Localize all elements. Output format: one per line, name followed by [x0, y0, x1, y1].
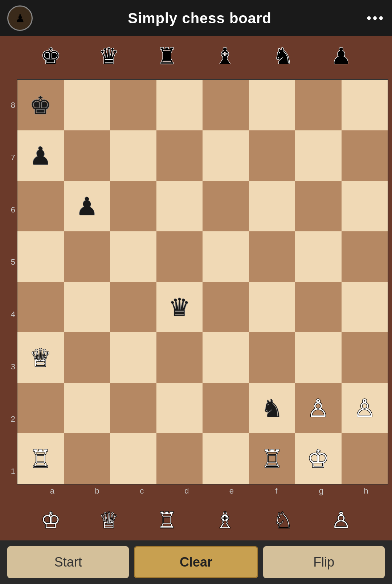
file-label-a: a [30, 484, 75, 498]
cell-g7[interactable] [295, 130, 342, 181]
cell-c7[interactable] [110, 130, 156, 181]
cell-f8[interactable] [249, 80, 295, 130]
piece-b6: ♟ [76, 194, 98, 219]
piece-a1: ♖ [29, 446, 52, 471]
white-queen-btn[interactable]: ♕ [99, 509, 119, 532]
cell-b4[interactable] [64, 282, 110, 332]
cell-a4[interactable] [17, 282, 64, 332]
cell-b8[interactable] [64, 80, 110, 130]
cell-h6[interactable] [342, 181, 388, 231]
cell-g2[interactable]: ♙ [295, 383, 342, 433]
cell-b7[interactable] [64, 130, 110, 181]
cell-f6[interactable] [249, 181, 295, 231]
cell-e6[interactable] [203, 181, 249, 231]
cell-e8[interactable] [203, 80, 249, 130]
file-label-e: e [209, 484, 254, 498]
cell-f4[interactable] [249, 282, 295, 332]
cell-h4[interactable] [342, 282, 388, 332]
cell-c5[interactable] [110, 231, 156, 282]
cell-d5[interactable] [156, 231, 203, 282]
piece-h2: ♙ [354, 396, 376, 421]
cell-h3[interactable] [342, 332, 388, 383]
cell-a7[interactable]: ♟ [17, 130, 64, 181]
file-label-c: c [119, 484, 164, 498]
piece-g1: ♔ [307, 446, 329, 471]
cell-c3[interactable] [110, 332, 156, 383]
cell-d2[interactable] [156, 383, 203, 433]
cell-f5[interactable] [249, 231, 295, 282]
cell-g5[interactable] [295, 231, 342, 282]
board-container: 8 7 6 5 4 3 2 1 ♚♟♟♛♕♞♙♙♖♖♔ a b c d e f … [4, 79, 388, 498]
cell-b1[interactable] [64, 433, 110, 484]
cell-a5[interactable] [17, 231, 64, 282]
cell-e2[interactable] [203, 383, 249, 433]
cell-b3[interactable] [64, 332, 110, 383]
black-queen-btn[interactable]: ♛ [99, 45, 119, 68]
black-rook-btn[interactable]: ♜ [157, 45, 177, 68]
white-knight-btn[interactable]: ♘ [273, 509, 293, 532]
cell-g4[interactable] [295, 282, 342, 332]
cell-h8[interactable] [342, 80, 388, 130]
action-buttons: Start Clear Flip [0, 540, 392, 584]
cell-b5[interactable] [64, 231, 110, 282]
cell-h1[interactable] [342, 433, 388, 484]
cell-g1[interactable]: ♔ [295, 433, 342, 484]
white-king-btn[interactable]: ♔ [41, 509, 61, 532]
flip-button[interactable]: Flip [263, 546, 385, 578]
cell-c2[interactable] [110, 383, 156, 433]
white-bishop-btn[interactable]: ♗ [215, 509, 235, 532]
cell-b2[interactable] [64, 383, 110, 433]
cell-a3[interactable]: ♕ [17, 332, 64, 383]
black-king-btn[interactable]: ♚ [41, 45, 61, 68]
start-button[interactable]: Start [7, 546, 129, 578]
cell-f2[interactable]: ♞ [249, 383, 295, 433]
cell-b6[interactable]: ♟ [64, 181, 110, 231]
cell-g8[interactable] [295, 80, 342, 130]
cell-e5[interactable] [203, 231, 249, 282]
cell-h7[interactable] [342, 130, 388, 181]
black-bishop-btn[interactable]: ♝ [215, 45, 235, 68]
logo-icon: ♟ [15, 12, 25, 25]
white-pawn-btn[interactable]: ♙ [331, 509, 351, 532]
cell-d8[interactable] [156, 80, 203, 130]
cell-f7[interactable] [249, 130, 295, 181]
cell-a8[interactable]: ♚ [17, 80, 64, 130]
more-options-button[interactable]: ••• [367, 11, 385, 26]
cell-f1[interactable]: ♖ [249, 433, 295, 484]
file-label-f: f [254, 484, 299, 498]
piece-d4: ♛ [168, 295, 191, 320]
rank-labels: 8 7 6 5 4 3 2 1 [4, 79, 17, 498]
cell-f3[interactable] [249, 332, 295, 383]
cell-e3[interactable] [203, 332, 249, 383]
black-knight-btn[interactable]: ♞ [273, 45, 293, 68]
piece-g2: ♙ [307, 396, 329, 421]
cell-c8[interactable] [110, 80, 156, 130]
cell-a2[interactable] [17, 383, 64, 433]
cell-c1[interactable] [110, 433, 156, 484]
cell-h2[interactable]: ♙ [342, 383, 388, 433]
cell-c6[interactable] [110, 181, 156, 231]
chess-board: ♚♟♟♛♕♞♙♙♖♖♔ [17, 79, 388, 484]
cell-g6[interactable] [295, 181, 342, 231]
clear-button[interactable]: Clear [134, 546, 258, 578]
app-title: Simply chess board [128, 10, 271, 27]
rank-label-8: 8 [5, 79, 15, 131]
cell-d7[interactable] [156, 130, 203, 181]
cell-d3[interactable] [156, 332, 203, 383]
rank-label-7: 7 [5, 131, 15, 184]
cell-d4[interactable]: ♛ [156, 282, 203, 332]
cell-e7[interactable] [203, 130, 249, 181]
rank-label-1: 1 [5, 445, 15, 498]
cell-a6[interactable] [17, 181, 64, 231]
cell-d1[interactable] [156, 433, 203, 484]
white-rook-btn[interactable]: ♖ [157, 509, 177, 532]
cell-c4[interactable] [110, 282, 156, 332]
black-pawn-btn[interactable]: ♟ [331, 45, 351, 68]
cell-d6[interactable] [156, 181, 203, 231]
cell-a1[interactable]: ♖ [17, 433, 64, 484]
cell-e1[interactable] [203, 433, 249, 484]
cell-h5[interactable] [342, 231, 388, 282]
cell-g3[interactable] [295, 332, 342, 383]
cell-e4[interactable] [203, 282, 249, 332]
rank-label-5: 5 [5, 236, 15, 288]
